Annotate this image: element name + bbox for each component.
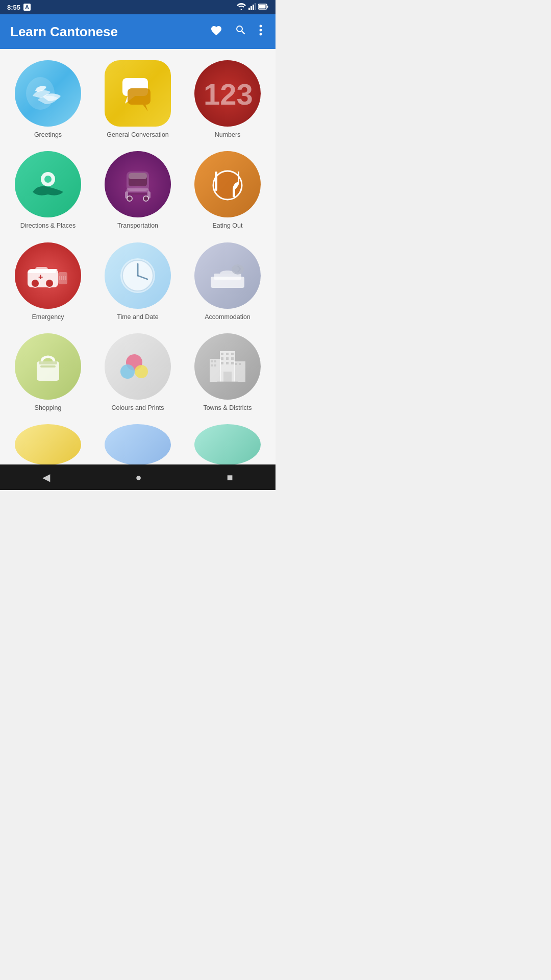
status-bar: 8:55 A xyxy=(0,0,276,14)
svg-point-8 xyxy=(260,29,262,32)
time-label: Time and Date xyxy=(117,313,159,321)
svg-rect-61 xyxy=(231,362,234,364)
shopping-label: Shopping xyxy=(35,404,62,412)
svg-rect-65 xyxy=(239,363,241,365)
category-emergency[interactable]: + Emergency xyxy=(5,237,91,324)
emergency-label: Emergency xyxy=(32,313,64,321)
recents-button[interactable]: ■ xyxy=(216,467,243,488)
svg-point-25 xyxy=(127,196,132,201)
category-eating[interactable]: Eating Out xyxy=(185,146,270,233)
accommodation-label: Accommodation xyxy=(205,313,251,321)
svg-rect-20 xyxy=(129,173,147,179)
greetings-icon xyxy=(15,60,81,127)
svg-rect-64 xyxy=(235,363,237,365)
category-partial-3[interactable] xyxy=(185,419,270,464)
conversation-label: General Conversation xyxy=(107,131,169,139)
svg-rect-62 xyxy=(211,360,213,362)
category-shopping[interactable]: Shopping xyxy=(5,328,91,415)
svg-rect-54 xyxy=(226,353,229,355)
partial2-icon xyxy=(105,424,171,464)
emergency-icon: + xyxy=(15,242,81,309)
svg-text:+: + xyxy=(38,273,43,281)
svg-point-32 xyxy=(45,279,54,287)
time-icon xyxy=(105,242,171,309)
category-partial-2[interactable] xyxy=(95,419,181,464)
numbers-label: Numbers xyxy=(215,131,241,139)
towns-label: Towns & Districts xyxy=(203,404,252,412)
svg-text:123: 123 xyxy=(204,78,253,111)
page-title: Learn Cantonese xyxy=(10,24,201,40)
svg-point-48 xyxy=(120,364,135,379)
svg-rect-53 xyxy=(221,353,223,355)
svg-rect-59 xyxy=(221,362,223,364)
svg-point-26 xyxy=(143,196,148,201)
greetings-label: Greetings xyxy=(34,131,62,139)
svg-rect-58 xyxy=(231,357,234,360)
svg-text:☽: ☽ xyxy=(235,265,241,273)
home-button[interactable]: ● xyxy=(125,467,152,488)
more-button[interactable] xyxy=(256,21,265,42)
svg-rect-46 xyxy=(39,361,57,364)
svg-rect-67 xyxy=(214,364,216,366)
back-button[interactable]: ◀ xyxy=(32,466,60,488)
directions-icon xyxy=(15,151,81,217)
svg-rect-57 xyxy=(226,357,229,360)
status-time: 8:55 xyxy=(7,4,20,11)
svg-point-9 xyxy=(260,33,262,36)
category-numbers[interactable]: 123 Numbers xyxy=(185,55,270,142)
transportation-label: Transportation xyxy=(117,222,158,230)
conversation-icon xyxy=(105,60,171,127)
svg-point-49 xyxy=(135,365,148,378)
svg-rect-63 xyxy=(214,360,216,362)
colours-icon xyxy=(105,333,171,400)
category-directions[interactable]: Directions & Places xyxy=(5,146,91,233)
directions-label: Directions & Places xyxy=(20,222,76,230)
transportation-icon xyxy=(105,151,171,217)
wifi-icon xyxy=(237,3,246,12)
navigation-bar: ◀ ● ■ xyxy=(0,464,276,490)
eating-icon xyxy=(194,151,261,217)
svg-rect-60 xyxy=(226,362,229,364)
category-colours[interactable]: Colours and Prints xyxy=(95,328,181,415)
accessibility-icon: A xyxy=(23,4,31,11)
category-partial-1[interactable] xyxy=(5,419,91,464)
app-header: Learn Cantonese xyxy=(0,14,276,49)
svg-rect-5 xyxy=(259,5,266,8)
towns-icon xyxy=(194,333,261,400)
svg-rect-21 xyxy=(127,188,149,192)
category-conversation[interactable]: General Conversation xyxy=(95,55,181,142)
svg-rect-24 xyxy=(129,193,147,194)
svg-rect-55 xyxy=(231,353,234,355)
category-towns[interactable]: Towns & Districts xyxy=(185,328,270,415)
svg-rect-2 xyxy=(253,5,254,10)
svg-rect-0 xyxy=(248,8,250,10)
svg-point-17 xyxy=(44,176,52,183)
category-time[interactable]: Time and Date xyxy=(95,237,181,324)
svg-rect-28 xyxy=(215,172,217,191)
status-bar-right xyxy=(237,3,268,12)
numbers-icon: 123 xyxy=(194,60,261,127)
accommodation-icon: ☽ xyxy=(194,242,261,309)
search-button[interactable] xyxy=(232,21,250,42)
partial1-icon xyxy=(15,424,81,464)
colours-label: Colours and Prints xyxy=(112,404,164,412)
svg-rect-69 xyxy=(217,381,238,382)
category-greetings[interactable]: Greetings xyxy=(5,55,91,142)
svg-rect-13 xyxy=(128,88,151,105)
category-accommodation[interactable]: ☽ Accommodation xyxy=(185,237,270,324)
svg-rect-6 xyxy=(267,6,268,8)
svg-rect-3 xyxy=(255,3,256,10)
battery-icon xyxy=(258,4,268,11)
svg-rect-45 xyxy=(40,365,56,368)
status-bar-left: 8:55 A xyxy=(7,4,31,11)
category-transportation[interactable]: Transportation xyxy=(95,146,181,233)
svg-rect-56 xyxy=(221,357,223,360)
shopping-icon xyxy=(15,333,81,400)
category-grid: Greetings General Conversation 123 Numbe… xyxy=(0,49,276,464)
svg-point-7 xyxy=(260,25,262,28)
eating-label: Eating Out xyxy=(212,222,242,230)
svg-rect-33 xyxy=(35,267,48,272)
favorite-button[interactable] xyxy=(207,21,226,42)
svg-rect-68 xyxy=(223,372,232,382)
svg-rect-1 xyxy=(251,6,252,10)
